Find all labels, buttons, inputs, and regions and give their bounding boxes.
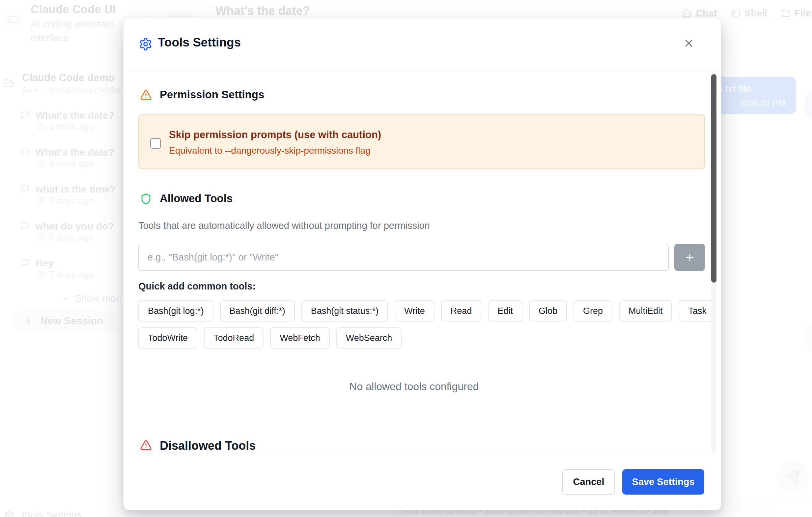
quick-tool-chip[interactable]: Task xyxy=(678,300,716,322)
quick-tool-chip[interactable]: Grep xyxy=(574,300,612,322)
quick-tool-chip[interactable]: Read xyxy=(441,300,482,322)
quick-tool-chip[interactable]: Bash(git status:*) xyxy=(301,300,388,322)
quick-tools-row-2: TodoWrite TodoRead WebFetch WebSearch xyxy=(138,327,402,349)
plus-icon xyxy=(684,252,695,263)
cancel-button[interactable]: Cancel xyxy=(562,469,615,495)
quick-add-label: Quick add common tools: xyxy=(138,281,256,292)
quick-tool-chip[interactable]: Bash(git diff:*) xyxy=(220,300,295,322)
allowed-tool-input[interactable] xyxy=(138,244,669,271)
allowed-tools-title: Allowed Tools xyxy=(160,192,233,205)
modal-scrollbar[interactable] xyxy=(711,71,717,453)
quick-tool-chip[interactable]: Bash(git log:*) xyxy=(138,300,213,322)
gear-icon xyxy=(139,37,152,51)
modal-footer: Cancel Save Settings xyxy=(123,453,721,510)
warning-triangle-icon xyxy=(140,439,152,451)
quick-tool-chip[interactable]: Edit xyxy=(488,300,522,322)
disallowed-tools-title: Disallowed Tools xyxy=(160,439,256,453)
modal-title: Tools Settings xyxy=(158,36,241,50)
add-tool-button[interactable] xyxy=(674,244,705,271)
shield-icon xyxy=(140,193,152,205)
close-button[interactable] xyxy=(679,34,698,52)
quick-tool-chip[interactable]: MultiEdit xyxy=(619,300,672,322)
skip-permissions-checkbox[interactable] xyxy=(150,138,161,149)
save-settings-button[interactable]: Save Settings xyxy=(622,469,704,495)
quick-tools-row-1: Bash(git log:*) Bash(git diff:*) Bash(gi… xyxy=(138,300,716,322)
tools-settings-modal: Tools Settings Permission Settings Skip … xyxy=(123,18,721,510)
quick-tool-chip[interactable]: TodoWrite xyxy=(138,327,197,349)
modal-header: Tools Settings xyxy=(123,18,721,71)
quick-tool-chip[interactable]: Write xyxy=(395,300,434,322)
skip-permissions-panel: Skip permission prompts (use with cautio… xyxy=(138,114,705,169)
quick-tool-chip[interactable]: WebSearch xyxy=(336,327,402,349)
no-allowed-tools-message: No allowed tools configured xyxy=(123,381,705,393)
quick-tool-chip[interactable]: TodoRead xyxy=(204,327,264,349)
quick-tool-chip[interactable]: Glob xyxy=(529,300,567,322)
permission-settings-title: Permission Settings xyxy=(160,88,264,101)
quick-tool-chip[interactable]: WebFetch xyxy=(270,327,330,349)
skip-permissions-sublabel: Equivalent to --dangerously-skip-permiss… xyxy=(169,145,371,156)
warning-triangle-icon xyxy=(140,89,152,101)
allowed-tools-description: Tools that are automatically allowed wit… xyxy=(138,220,430,231)
close-icon xyxy=(683,37,695,49)
scrollbar-thumb[interactable] xyxy=(711,74,717,282)
modal-body: Permission Settings Skip permission prom… xyxy=(123,71,721,453)
skip-permissions-label: Skip permission prompts (use with cautio… xyxy=(169,129,381,141)
